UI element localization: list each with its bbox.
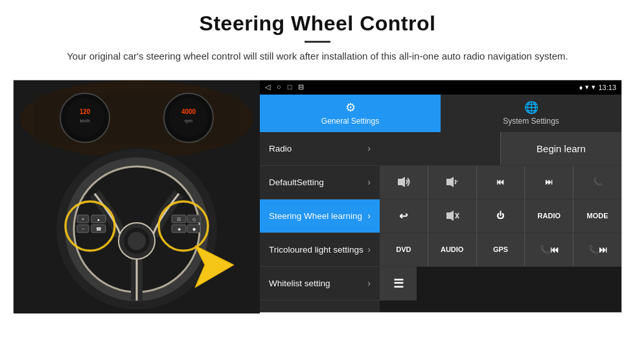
svg-marker-38: [398, 177, 405, 187]
audio-button[interactable]: AUDIO: [428, 233, 477, 266]
call-button[interactable]: 📞: [573, 166, 621, 199]
gps-button[interactable]: GPS: [477, 233, 525, 266]
tab-bar: ⚙ General Settings 🌐 System Settings: [260, 95, 621, 132]
svg-point-8: [169, 98, 208, 137]
svg-point-18: [128, 232, 146, 250]
location-icon: ♦: [579, 84, 583, 91]
svg-text:☷: ☷: [177, 217, 181, 222]
wifi-icon: ▾: [585, 83, 589, 91]
svg-marker-40: [446, 177, 454, 187]
call-prev-button[interactable]: 📞⏮: [525, 233, 573, 266]
nav-tricoloured-label: Tricoloured light settings: [269, 245, 364, 255]
nav-recent-icon[interactable]: □: [288, 83, 292, 91]
radio-button[interactable]: RADIO: [525, 199, 573, 233]
svg-text:120: 120: [80, 108, 91, 115]
main-content: Radio › DefaultSetting › Steering Wheel …: [260, 132, 621, 312]
status-bar-nav: ◁ ○ □ ⊟: [265, 83, 304, 91]
subtitle: Your original car's steering wheel contr…: [67, 49, 568, 64]
steering-wheel-image: 120 km/h 4000 rpm: [14, 80, 260, 313]
nav-back-icon[interactable]: ◁: [265, 83, 270, 91]
mode-button[interactable]: MODE: [573, 199, 621, 233]
chevron-right-icon: ›: [367, 278, 371, 288]
top-row: Begin learn: [380, 132, 621, 166]
nav-default-label: DefaultSetting: [269, 177, 324, 187]
svg-text:4000: 4000: [181, 108, 196, 115]
prev-track-button[interactable]: ⏮: [477, 166, 525, 199]
nav-tricoloured[interactable]: Tricoloured light settings ›: [260, 233, 380, 267]
page-wrapper: Steering Wheel Control Your original car…: [0, 0, 635, 364]
button-row-1: + − ⏮ ⏭ 📞: [380, 166, 621, 199]
nav-default-setting[interactable]: DefaultSetting ›: [260, 166, 380, 199]
tab-general-label: General Settings: [321, 117, 379, 126]
globe-icon: 🌐: [524, 100, 538, 115]
svg-point-4: [65, 98, 104, 137]
nav-steering-label: Steering Wheel learning: [269, 211, 362, 221]
button-row-3: DVD AUDIO GPS 📞⏮ 📞⏭: [380, 233, 621, 267]
nav-steering-wheel[interactable]: Steering Wheel learning ›: [260, 199, 380, 233]
dvd-button[interactable]: DVD: [380, 233, 428, 266]
gear-icon: ⚙: [345, 100, 356, 115]
chevron-right-icon: ›: [367, 143, 371, 154]
power-button[interactable]: ⏻: [477, 199, 525, 233]
left-nav: Radio › DefaultSetting › Steering Wheel …: [260, 132, 380, 312]
chevron-right-icon: ›: [367, 177, 371, 187]
call-next-button[interactable]: 📞⏭: [573, 233, 621, 266]
svg-text:−: −: [456, 178, 459, 184]
svg-marker-42: [446, 210, 454, 221]
title-divider: [305, 41, 330, 43]
nav-extra-icon[interactable]: ⊟: [298, 83, 304, 91]
hang-up-button[interactable]: ↩: [380, 199, 428, 233]
status-time: 13:13: [598, 84, 616, 91]
svg-text:+: +: [407, 178, 410, 184]
svg-text:−: −: [82, 227, 84, 231]
nav-whitelist-label: Whitelist setting: [269, 279, 330, 288]
vol-down-button[interactable]: −: [428, 166, 477, 199]
svg-text:☎: ☎: [96, 227, 102, 231]
svg-text:▲: ▲: [97, 218, 100, 222]
tab-system-settings[interactable]: 🌐 System Settings: [441, 95, 621, 132]
status-bar: ◁ ○ □ ⊟ ♦ ▾ ▾ 13:13: [260, 80, 621, 95]
chevron-right-icon: ›: [367, 210, 371, 221]
next-track-button[interactable]: ⏭: [525, 166, 573, 199]
nav-radio-label: Radio: [269, 144, 292, 154]
right-buttons: Begin learn +: [380, 132, 621, 312]
empty-area: [380, 132, 500, 165]
nav-home-icon[interactable]: ○: [277, 83, 281, 91]
svg-text:+: +: [82, 217, 84, 222]
page-title: Steering Wheel Control: [67, 12, 568, 36]
tab-general-settings[interactable]: ⚙ General Settings: [260, 95, 441, 132]
list-icon-button[interactable]: ☰: [380, 267, 417, 301]
svg-text:km/h: km/h: [80, 119, 89, 123]
nav-radio[interactable]: Radio ›: [260, 132, 380, 166]
tab-system-label: System Settings: [503, 117, 559, 126]
button-row-4: ☰: [380, 267, 621, 301]
vol-up-button[interactable]: +: [380, 166, 428, 199]
svg-text:rpm: rpm: [185, 119, 192, 124]
begin-learn-button[interactable]: Begin learn: [500, 132, 621, 165]
content-area: 120 km/h 4000 rpm: [13, 80, 622, 313]
signal-icon: ▾: [592, 83, 595, 91]
mute-button[interactable]: [428, 199, 477, 233]
android-panel: ◁ ○ □ ⊟ ♦ ▾ ▾ 13:13 ⚙ General Settings: [260, 80, 621, 312]
chevron-right-icon: ›: [367, 244, 371, 255]
button-row-2: ↩ ⏻ RADIO MODE: [380, 199, 621, 233]
status-bar-right: ♦ ▾ ▾ 13:13: [579, 83, 616, 91]
title-section: Steering Wheel Control Your original car…: [67, 12, 568, 64]
nav-whitelist[interactable]: Whitelist setting ›: [260, 267, 380, 301]
